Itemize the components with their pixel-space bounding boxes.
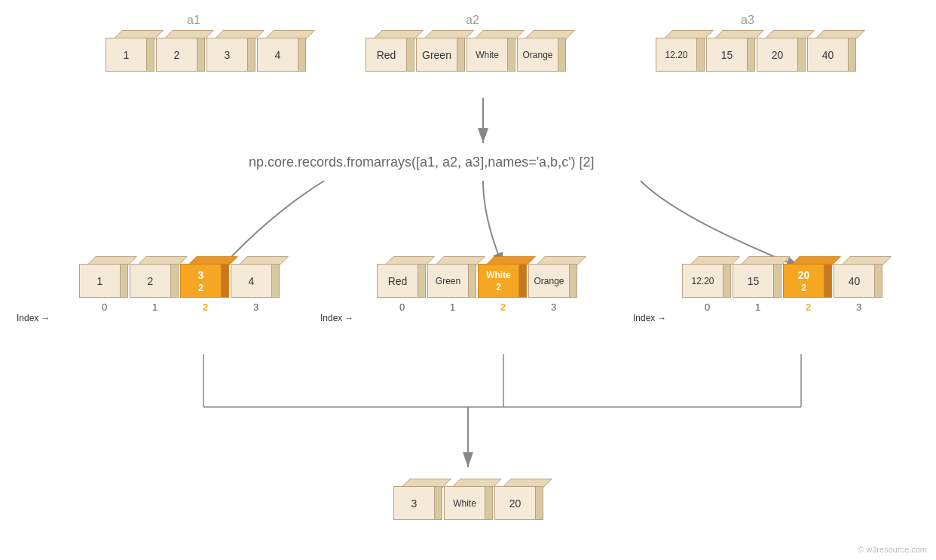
a2-cell-2-value: White — [466, 38, 508, 72]
result-cell-1-value: White — [444, 486, 485, 520]
a2-index-label: Index → — [320, 313, 353, 323]
a2-cell-3-value: Orange — [517, 38, 558, 72]
a1-cell-1-value: 2 — [156, 38, 197, 72]
a3-mid-cell-3: 40 — [834, 256, 882, 298]
a2-array-mid: Red Green White 2 Orange — [377, 256, 579, 298]
a1-index-row: 0 1 2 3 — [79, 301, 281, 313]
a3-cell-1-value: 15 — [706, 38, 748, 72]
result-cell-2-value: 20 — [494, 486, 536, 520]
a1-cell-0: 1 — [106, 30, 154, 72]
a2-cell-0-value: Red — [366, 38, 407, 72]
a3-cell-0-value: 12.20 — [656, 38, 697, 72]
diagram: a1 a2 a3 1 2 3 4 Red — [0, 0, 936, 560]
a1-array-mid: 1 2 3 2 4 — [79, 256, 281, 298]
a2-array-top: Red Green White Orange — [366, 30, 567, 72]
a2-mid-cell-3: Orange — [528, 256, 577, 298]
a2-cell-1-value: Green — [416, 38, 457, 72]
a3-cell-2-value: 20 — [757, 38, 798, 72]
a2-cell-2: White — [466, 30, 515, 72]
a2-cell-3: Orange — [517, 30, 566, 72]
a1-cell-1: 2 — [156, 30, 205, 72]
a1-mid-cell-1: 2 — [130, 256, 179, 298]
a3-array-mid: 12.20 15 20 2 40 — [682, 256, 884, 298]
a3-mid-cell-2-highlighted: 20 2 — [783, 256, 832, 298]
a1-mid-cell-0: 1 — [79, 256, 128, 298]
a3-array-top: 12.20 15 20 40 — [656, 30, 858, 72]
result-cell-0: 3 — [393, 479, 442, 520]
a1-index-label: Index → — [17, 313, 50, 323]
a1-cell-3: 4 — [257, 30, 306, 72]
a3-label: a3 — [741, 14, 754, 27]
a1-mid-cell-3: 4 — [231, 256, 280, 298]
a1-cell-3-value: 4 — [257, 38, 298, 72]
result-array: 3 White 20 — [393, 479, 545, 520]
watermark: © w3resource.com — [858, 545, 927, 554]
a3-cell-1: 15 — [706, 30, 755, 72]
a3-mid-cell-1: 15 — [733, 256, 782, 298]
a3-mid-cell-0: 12.20 — [682, 256, 731, 298]
a3-cell-0: 12.20 — [656, 30, 705, 72]
a3-cell-2: 20 — [757, 30, 806, 72]
a2-label: a2 — [466, 14, 479, 27]
code-expression: np.core.records.fromarrays([a1, a2, a3],… — [249, 155, 595, 170]
result-cell-0-value: 3 — [393, 486, 435, 520]
a3-cell-3-value: 40 — [807, 38, 849, 72]
a2-cell-0: Red — [366, 30, 414, 72]
a2-mid-cell-0: Red — [377, 256, 426, 298]
a3-index-row: 0 1 2 3 — [682, 301, 884, 313]
a1-mid-cell-2-highlighted: 3 2 — [180, 256, 229, 298]
a2-cell-1: Green — [416, 30, 465, 72]
a2-mid-cell-2-highlighted: White 2 — [478, 256, 527, 298]
a1-label: a1 — [187, 14, 200, 27]
a1-cell-0-value: 1 — [106, 38, 147, 72]
a2-mid-cell-1: Green — [427, 256, 476, 298]
result-cell-1: White — [444, 479, 493, 520]
a1-array-top: 1 2 3 4 — [106, 30, 307, 72]
a3-cell-3: 40 — [807, 30, 856, 72]
a3-index-label: Index → — [633, 313, 666, 323]
a1-cell-2: 3 — [206, 30, 255, 72]
result-cell-2: 20 — [494, 479, 543, 520]
a2-index-row: 0 1 2 3 — [377, 301, 579, 313]
a1-cell-2-value: 3 — [206, 38, 248, 72]
